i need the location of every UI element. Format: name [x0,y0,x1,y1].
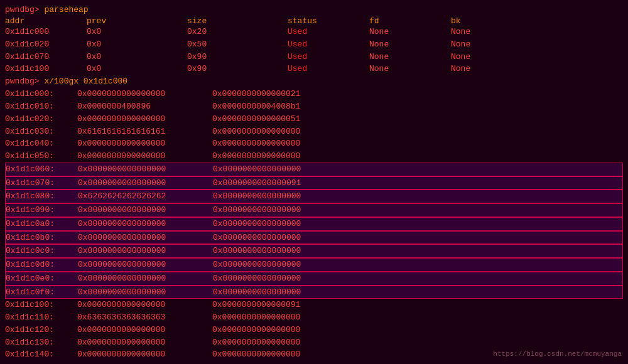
mem-val1-13: 0x0000000000000000 [78,259,213,271]
heap-prev-1: 0x0 [87,38,187,51]
mem-row-15: 0x1d1c0f0:0x00000000000000000x0000000000… [5,286,623,299]
mem-addr-11: 0x1d1c0b0: [6,232,78,244]
mem-row-0: 0x1d1c000:0x00000000000000000x0000000000… [5,88,623,100]
mem-val1-17: 0x6363636363636363 [77,311,212,324]
mem-addr-0: 0x1d1c000: [5,88,77,100]
heap-status-0: Used [288,26,369,38]
header-prev: prev [87,16,187,26]
mem-addr-3: 0x1d1c030: [5,126,77,138]
mem-row-14: 0x1d1c0e0:0x00000000000000000x0000000000… [5,272,623,286]
heap-prev-0: 0x0 [87,26,187,38]
prompt-1: pwndbg> [5,4,40,16]
command-line-2: pwndbg> x/100gx 0x1d1c000 [5,75,623,88]
mem-val2-5: 0x0000000000000000 [212,150,300,163]
heap-row-0: 0x1d1c000 0x0 0x20 Used None None [5,26,623,38]
mem-addr-10: 0x1d1c0a0: [6,218,78,230]
mem-val1-9: 0x0000000000000000 [78,204,213,217]
mem-addr-19: 0x1d1c130: [5,336,77,349]
prompt-2: pwndbg> [5,75,40,88]
mem-val2-12: 0x0000000000000000 [213,245,301,257]
mem-val1-19: 0x0000000000000000 [77,336,212,349]
mem-val1-20: 0x0000000000000000 [77,348,212,360]
mem-val2-9: 0x0000000000000000 [213,204,301,217]
mem-val2-6: 0x0000000000000000 [213,163,301,176]
heap-status-2: Used [288,51,369,63]
mem-row-18: 0x1d1c120:0x00000000000000000x0000000000… [5,324,623,336]
mem-val1-14: 0x0000000000000000 [78,272,213,285]
heap-row-1: 0x1d1c020 0x0 0x50 Used None None [5,38,623,51]
mem-row-7: 0x1d1c070:0x00000000000000000x0000000000… [5,176,623,190]
heap-addr-1: 0x1d1c020 [5,38,87,51]
heap-row-3: 0x1d1c100 0x0 0x90 Used None None [5,63,623,75]
heap-fd-3: None [369,63,451,75]
mem-addr-9: 0x1d1c090: [6,204,78,217]
mem-val2-1: 0x00000000004008b1 [212,100,300,113]
mem-row-19: 0x1d1c130:0x00000000000000000x0000000000… [5,336,623,349]
heap-size-0: 0x20 [187,26,288,38]
mem-row-10: 0x1d1c0a0:0x00000000000000000x0000000000… [5,217,623,231]
mem-val1-12: 0x0000000000000000 [78,245,213,257]
heap-fd-1: None [369,38,451,51]
mem-row-2: 0x1d1c020:0x00000000000000000x0000000000… [5,113,623,126]
mem-val1-16: 0x0000000000000000 [77,299,212,311]
mem-val2-0: 0x0000000000000021 [212,88,300,100]
heap-bk-2: None [451,51,470,63]
mem-val1-3: 0x6161616161616161 [77,126,212,138]
mem-addr-18: 0x1d1c120: [5,324,77,336]
mem-val2-13: 0x0000000000000000 [213,259,301,271]
mem-row-13: 0x1d1c0d0:0x00000000000000000x0000000000… [5,258,623,272]
mem-addr-13: 0x1d1c0d0: [6,259,78,271]
mem-addr-6: 0x1d1c060: [6,163,78,176]
heap-row-2: 0x1d1c070 0x0 0x90 Used None None [5,51,623,63]
mem-val2-10: 0x0000000000000000 [213,218,301,230]
heap-bk-1: None [451,38,470,51]
heap-size-2: 0x90 [187,51,288,63]
mem-val2-3: 0x0000000000000000 [212,126,300,138]
mem-addr-1: 0x1d1c010: [5,100,77,113]
heap-fd-2: None [369,51,451,63]
mem-val2-18: 0x0000000000000000 [212,324,300,336]
heap-bk-3: None [451,63,470,75]
mem-val1-7: 0x0000000000000000 [78,177,213,190]
mem-row-6: 0x1d1c060:0x00000000000000000x0000000000… [5,163,623,176]
heap-addr-3: 0x1d1c100 [5,63,87,75]
mem-row-3: 0x1d1c030:0x61616161616161610x0000000000… [5,126,623,138]
memory-dump: 0x1d1c000:0x00000000000000000x0000000000… [5,88,623,360]
mem-val1-2: 0x0000000000000000 [77,113,212,126]
header-fd: fd [369,16,451,26]
mem-val2-15: 0x0000000000000000 [213,286,301,299]
mem-val2-11: 0x0000000000000000 [213,232,301,244]
mem-addr-15: 0x1d1c0f0: [6,286,78,299]
watermark: https://blog.csdn.net/mcmuyanga [493,350,622,358]
heap-header: addr prev size status fd bk [5,16,623,26]
mem-addr-12: 0x1d1c0c0: [6,245,78,257]
mem-val1-1: 0x0000000400896 [77,100,212,113]
mem-row-9: 0x1d1c090:0x00000000000000000x0000000000… [5,203,623,217]
mem-row-4: 0x1d1c040:0x00000000000000000x0000000000… [5,137,623,150]
heap-status-1: Used [288,38,369,51]
mem-addr-17: 0x1d1c110: [5,311,77,324]
mem-addr-16: 0x1d1c100: [5,299,77,311]
mem-addr-20: 0x1d1c140: [5,348,77,360]
command-line-1: pwndbg> parseheap [5,4,623,16]
mem-row-5: 0x1d1c050:0x00000000000000000x0000000000… [5,150,623,163]
mem-val2-7: 0x0000000000000091 [213,177,301,190]
mem-addr-4: 0x1d1c040: [5,137,77,150]
command-1: parseheap [44,4,88,16]
mem-val1-18: 0x0000000000000000 [77,324,212,336]
header-bk: bk [451,16,461,26]
mem-val2-19: 0x0000000000000000 [212,336,300,349]
mem-val2-16: 0x0000000000000091 [212,299,300,311]
command-2: x/100gx 0x1d1c000 [44,75,127,88]
mem-val1-0: 0x0000000000000000 [77,88,212,100]
header-addr: addr [5,16,87,26]
mem-addr-2: 0x1d1c020: [5,113,77,126]
mem-val1-6: 0x0000000000000000 [78,163,213,176]
heap-size-1: 0x50 [187,38,288,51]
mem-row-11: 0x1d1c0b0:0x00000000000000000x0000000000… [5,231,623,245]
mem-addr-14: 0x1d1c0e0: [6,272,78,285]
mem-addr-8: 0x1d1c080: [6,190,78,203]
mem-row-8: 0x1d1c080:0x62626262626262620x0000000000… [5,190,623,203]
heap-size-3: 0x90 [187,63,288,75]
heap-fd-0: None [369,26,451,38]
